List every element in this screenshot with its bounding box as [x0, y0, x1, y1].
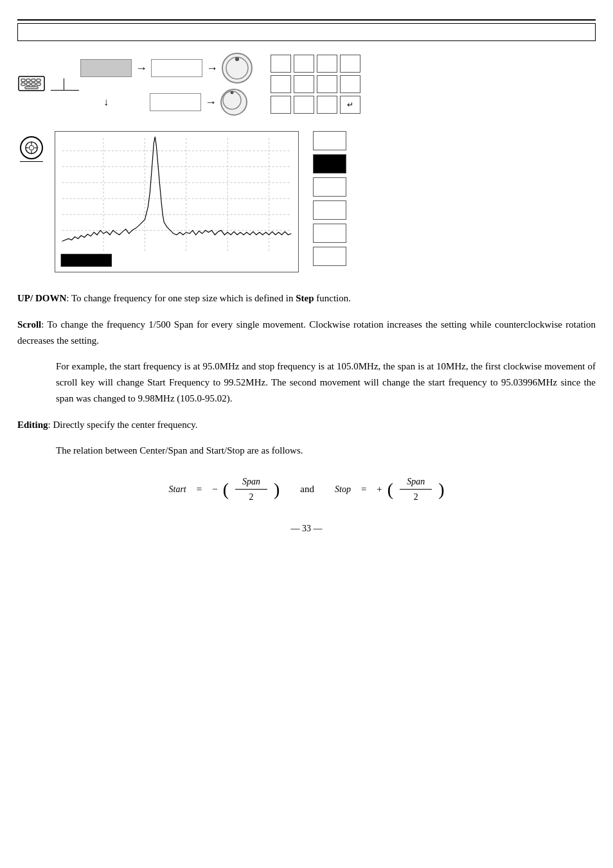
formula-left-num: Span	[235, 474, 267, 490]
formula-right-num: Span	[400, 474, 432, 490]
scroll-text: : To change the frequency 1/500 Span for…	[17, 319, 596, 346]
btn-9[interactable]	[271, 96, 291, 114]
box-1	[80, 59, 132, 77]
btn-2[interactable]	[294, 55, 314, 73]
scroll-icon-underline	[20, 161, 43, 162]
updown-paragraph: UP/ DOWN: To change frequency for one st…	[17, 290, 596, 306]
example-paragraph: For example, the start frequency is at 9…	[17, 359, 596, 406]
btn-5[interactable]	[271, 75, 291, 93]
spectrum-chart	[55, 131, 299, 272]
svg-rect-3	[31, 79, 35, 82]
relation-paragraph: The relation between Center/Span and Sta…	[17, 443, 596, 459]
svg-point-12	[235, 57, 239, 61]
formula-left-eq: =	[197, 481, 202, 497]
top-row: → → ↓	[17, 53, 454, 116]
svg-rect-5	[21, 83, 25, 85]
formula-right: Stop = + ( Span 2 )	[335, 474, 444, 504]
chart-btn-1[interactable]	[313, 131, 346, 150]
btn-4[interactable]	[340, 55, 360, 73]
btn-8[interactable]	[340, 75, 360, 93]
svg-rect-4	[37, 79, 40, 82]
formula-left-den: 2	[240, 490, 263, 504]
page-number: — 33 —	[17, 524, 596, 534]
top-line	[17, 19, 596, 21]
btn-12-enter[interactable]: ↵	[340, 96, 360, 114]
content-section: UP/ DOWN: To change frequency for one st…	[17, 290, 596, 504]
svg-rect-32	[61, 254, 112, 267]
formula-right-den: 2	[404, 490, 427, 504]
diagram-left: → → ↓	[17, 53, 454, 272]
diagram-section: → → ↓	[17, 53, 596, 272]
svg-rect-6	[26, 83, 30, 85]
svg-rect-9	[25, 87, 38, 89]
svg-rect-7	[31, 83, 35, 85]
chart-grid-svg	[55, 132, 298, 272]
svg-rect-2	[26, 79, 30, 82]
btn-7[interactable]	[317, 75, 337, 93]
formula-right-var: Stop	[335, 482, 351, 497]
svg-rect-1	[21, 79, 25, 82]
formula-left-sign: −	[212, 481, 217, 497]
chart-btn-5[interactable]	[313, 224, 346, 243]
btn-6[interactable]	[294, 75, 314, 93]
scroll-icon	[17, 136, 46, 162]
chart-button-group	[313, 131, 346, 266]
editing-paragraph: Editing: Directly specify the center fre…	[17, 417, 596, 433]
box-3	[150, 93, 201, 111]
box-2	[151, 59, 202, 77]
chart-btn-4[interactable]	[313, 200, 346, 220]
second-row	[17, 131, 454, 272]
scroll-label: Scroll	[17, 319, 41, 330]
example-text: For example, the start frequency is at 9…	[56, 361, 596, 403]
scroll-paragraph: Scroll: To change the frequency 1/500 Sp…	[17, 317, 596, 349]
svg-rect-8	[37, 83, 40, 85]
btn-3[interactable]	[317, 55, 337, 73]
formula-right-paren-close: )	[438, 481, 444, 499]
btn-10[interactable]	[294, 96, 314, 114]
svg-point-16	[29, 145, 33, 150]
relation-text: The relation between Center/Span and Sta…	[56, 445, 303, 456]
arrow-3: →	[205, 96, 217, 109]
updown-bold-step: Step	[296, 293, 314, 303]
formula-right-sign: +	[377, 481, 382, 497]
scroll-icon-ring	[20, 136, 43, 159]
arrow-1: →	[136, 62, 147, 75]
chart-btn-3[interactable]	[313, 177, 346, 197]
formula-left-frac: Span 2	[235, 474, 267, 504]
chart-btn-2[interactable]	[313, 154, 346, 173]
formula-right-frac: Span 2	[400, 474, 432, 504]
updown-end: function.	[314, 293, 351, 303]
formula-section: Start = − ( Span 2 ) and Stop = + ( Span	[17, 474, 596, 504]
formula-right-paren-open: (	[387, 481, 393, 499]
knob-medium[interactable]	[220, 89, 247, 116]
btn-11[interactable]	[317, 96, 337, 114]
editing-text: : Directly specify the center frequency.	[48, 420, 198, 430]
editing-label: Editing	[17, 420, 48, 430]
keyboard-icon	[17, 73, 46, 96]
btn-1[interactable]	[271, 55, 291, 73]
formula-right-eq: =	[361, 481, 366, 497]
knob-large[interactable]	[222, 53, 253, 84]
updown-text: : To change frequency for one step size …	[66, 293, 296, 303]
formula-and: and	[300, 481, 314, 497]
arrow-2: →	[206, 62, 218, 75]
formula-left-paren-open: (	[223, 481, 229, 499]
chart-btn-6[interactable]	[313, 247, 346, 266]
formula-left-var: Start	[169, 482, 186, 497]
formula-left: Start = − ( Span 2 )	[169, 474, 280, 504]
top-box	[17, 23, 596, 41]
flow-boxes: → → ↓	[80, 53, 253, 116]
button-grid: ↵	[271, 55, 360, 114]
svg-point-14	[231, 91, 234, 94]
formula-left-paren-close: )	[274, 481, 280, 499]
updown-label: UP/ DOWN	[17, 293, 66, 303]
svg-point-11	[226, 57, 248, 79]
